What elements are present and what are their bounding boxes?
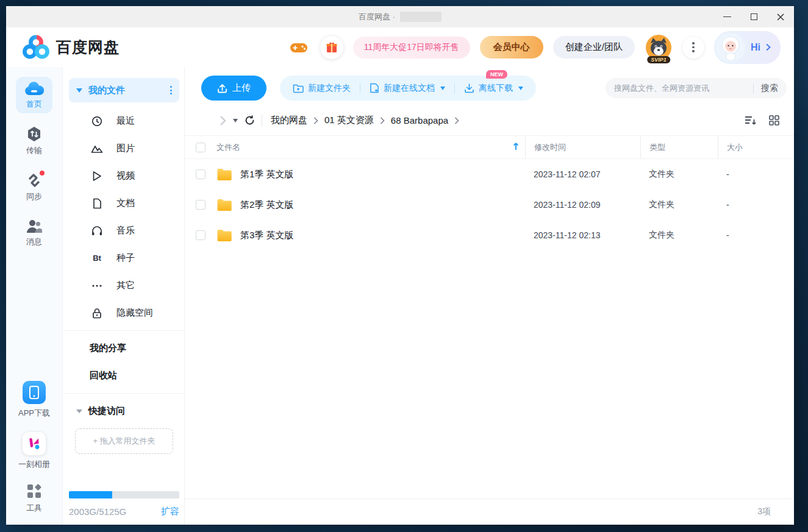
search-box: 搜索 (606, 78, 787, 98)
new-online-doc-button[interactable]: 新建在线文档 (360, 76, 454, 101)
column-header-size[interactable]: 大小 (718, 142, 743, 153)
app-logo-text: 百度网盘 (56, 37, 120, 57)
people-icon (26, 218, 43, 234)
games-button[interactable] (287, 36, 310, 59)
app-logo[interactable]: 百度网盘 (22, 35, 120, 60)
table-row[interactable]: 第1季 英文版 2023-11-12 02:07 文件夹 - (185, 159, 794, 190)
divider (262, 115, 262, 127)
chevron-left-icon (201, 115, 209, 126)
create-team-button[interactable]: 创建企业/团队 (553, 36, 635, 59)
column-header-modified[interactable]: 修改时间 (526, 142, 566, 153)
rail-label: 首页 (26, 99, 42, 110)
user-profile[interactable]: Hi (714, 31, 781, 64)
chevron-right-icon (454, 117, 459, 124)
close-button[interactable] (767, 6, 794, 27)
search-button[interactable]: 搜索 (761, 83, 778, 94)
file-modified: 2023-11-12 02:07 (525, 169, 640, 179)
rail-item-sync[interactable]: 同步 (16, 167, 52, 206)
forward-button[interactable] (220, 115, 227, 126)
file-name[interactable]: 第3季 英文版 (240, 230, 294, 241)
gift-button[interactable] (320, 36, 343, 59)
new-folder-label: 新建文件夹 (308, 83, 351, 94)
sidebar-item-music[interactable]: 音乐 (63, 217, 184, 244)
sidebar-item-pictures[interactable]: 图片 (63, 135, 184, 162)
row-checkbox[interactable] (196, 230, 206, 240)
back-button[interactable] (201, 115, 209, 126)
sidebar-item-recent[interactable]: 最近 (63, 107, 184, 135)
rail-item-tools[interactable]: 工具 (26, 483, 42, 514)
notification-dot (40, 171, 45, 176)
folder-icon (216, 229, 232, 242)
file-name[interactable]: 第2季 英文版 (240, 199, 294, 211)
rail-item-yike-album[interactable]: 一刻相册 (18, 432, 50, 470)
table-row[interactable]: 第3季 英文版 2023-11-12 02:13 文件夹 - (185, 220, 794, 250)
breadcrumb-item[interactable]: 68 Barbapapa (391, 115, 448, 126)
new-doc-icon (370, 83, 379, 93)
rail-item-home[interactable]: 首页 (16, 77, 52, 113)
svip-avatar[interactable]: SVIP1 (645, 34, 673, 62)
grid-icon (769, 115, 779, 126)
rail-label: 消息 (26, 236, 42, 247)
chevron-down-icon (76, 410, 82, 413)
sidebar-item-hidden-space[interactable]: 隐藏空间 (63, 299, 184, 327)
file-size: - (718, 169, 794, 179)
file-name[interactable]: 第1季 英文版 (240, 169, 294, 180)
svip-badge: SVIP1 (647, 56, 670, 63)
redacted-account-name (400, 12, 442, 22)
file-size: - (718, 230, 794, 240)
search-input[interactable] (614, 83, 746, 93)
play-icon (91, 171, 103, 182)
column-header-name[interactable]: 文件名 (216, 142, 240, 153)
sort-button[interactable] (745, 116, 757, 126)
storage-bar-fill (69, 491, 112, 498)
row-checkbox[interactable] (196, 169, 206, 179)
row-checkbox[interactable] (196, 200, 206, 210)
rail-label: APP下载 (18, 408, 50, 419)
sidebar-item-my-files[interactable]: 我的文件 (69, 78, 179, 102)
quick-access-label: 快捷访问 (88, 405, 125, 417)
item-count: 3项 (757, 506, 771, 517)
chevron-right-icon (220, 115, 227, 126)
storage-bar[interactable] (69, 491, 179, 498)
sort-asc-icon[interactable] (513, 142, 519, 152)
offline-download-button[interactable]: 离线下载 (455, 76, 532, 101)
sidebar-item-recycle-bin[interactable]: 回收站 (63, 362, 184, 389)
sidebar-item-torrents[interactable]: Bt 种子 (63, 244, 184, 272)
more-menu-button[interactable] (682, 37, 704, 59)
divider (753, 83, 754, 93)
table-row[interactable]: 第2季 英文版 2023-11-12 02:09 文件夹 - (185, 190, 794, 220)
maximize-icon (751, 13, 757, 20)
refresh-icon (244, 115, 256, 126)
sidebar-item-my-shares[interactable]: 我的分享 (63, 335, 184, 362)
select-all-checkbox[interactable] (196, 143, 206, 152)
rail-item-app-download[interactable]: APP下载 (18, 381, 50, 419)
history-dropdown-button[interactable] (232, 119, 238, 122)
upload-icon (217, 83, 227, 93)
file-type: 文件夹 (640, 199, 718, 210)
folder-icon (216, 168, 232, 181)
maximize-button[interactable] (740, 6, 767, 27)
column-header-type[interactable]: 类型 (641, 142, 665, 153)
expand-storage-link[interactable]: 扩容 (161, 506, 179, 517)
sidebar-item-videos[interactable]: 视频 (63, 162, 184, 190)
sidebar-section-quick-access[interactable]: 快捷访问 (63, 397, 184, 425)
sidebar-item-documents[interactable]: 文档 (63, 190, 184, 217)
promo-banner[interactable]: 11周年大促17日即将开售 (353, 37, 470, 59)
rail-item-messages[interactable]: 消息 (16, 213, 52, 251)
category-label: 种子 (116, 252, 135, 264)
chevron-right-icon (380, 117, 385, 124)
minimize-button[interactable] (713, 6, 740, 27)
my-files-menu-button[interactable] (170, 86, 172, 94)
category-label: 隐藏空间 (116, 307, 153, 319)
rail-item-transfer[interactable]: 传输 (16, 121, 52, 160)
breadcrumb-item[interactable]: 01 英文资源 (324, 115, 374, 126)
new-folder-button[interactable]: 新建文件夹 (284, 76, 360, 101)
refresh-button[interactable] (244, 115, 256, 126)
vip-center-button[interactable]: 会员中心 (480, 36, 543, 59)
upload-button[interactable]: 上传 (201, 76, 266, 101)
breadcrumb-item[interactable]: 我的网盘 (271, 115, 307, 126)
sidebar-item-other[interactable]: 其它 (63, 272, 184, 299)
grid-view-button[interactable] (769, 115, 779, 126)
file-size: - (718, 200, 794, 210)
drop-favorite-folder-zone[interactable]: + 拖入常用文件夹 (75, 428, 173, 454)
